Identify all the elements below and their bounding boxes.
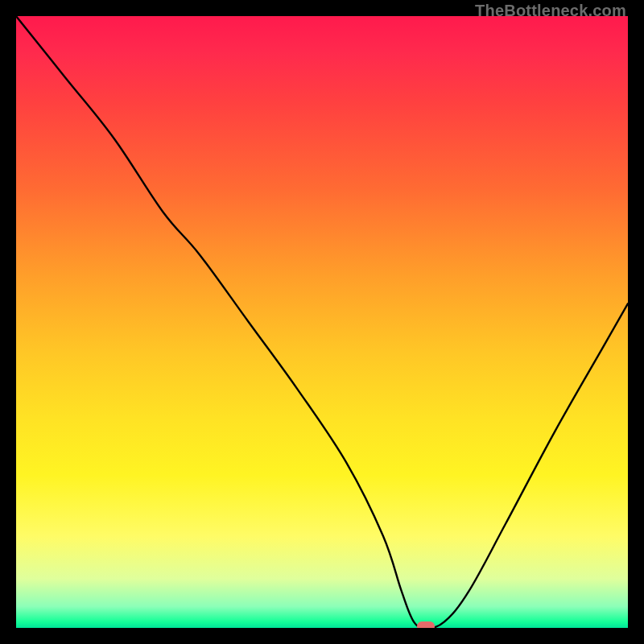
minimum-marker (417, 621, 435, 628)
chart-frame: TheBottleneck.com (0, 0, 644, 644)
plot-area (16, 16, 628, 628)
curve-line (16, 16, 628, 628)
bottleneck-curve (16, 16, 628, 628)
watermark-text: TheBottleneck.com (475, 2, 626, 20)
